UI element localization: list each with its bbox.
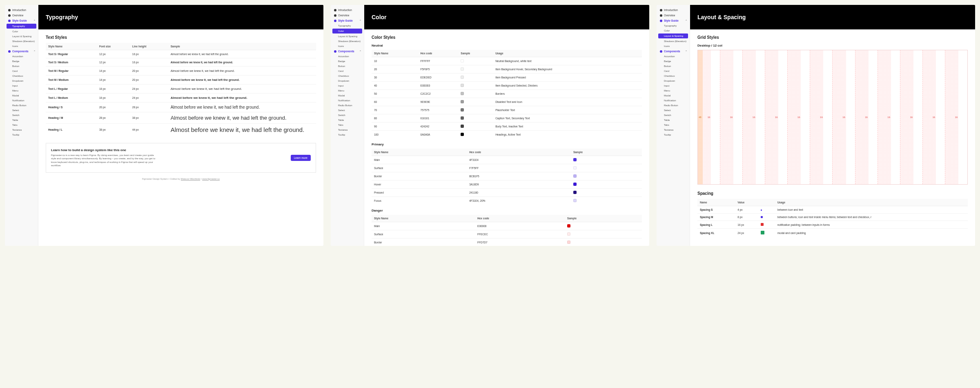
line-height-cell: 16 px	[130, 50, 168, 58]
nav-subitem[interactable]: Select	[5, 108, 38, 113]
nav-subitem[interactable]: Menu	[657, 88, 690, 93]
nav-section-style-guide[interactable]: Style Guide⌃	[5, 18, 38, 23]
footer-site-link[interactable]: www.figmaster.co	[202, 178, 220, 180]
table-header: Style Name	[372, 215, 475, 222]
nav-subitem[interactable]: Checkbox	[5, 74, 38, 78]
nav-subitem[interactable]: Dropdown	[331, 78, 364, 83]
color-table: Style NameHex codeSampleUsage10FFFFFFNeu…	[372, 50, 642, 138]
nav-subitem[interactable]: Select	[657, 108, 690, 113]
usage-cell: Headings, Active Text	[493, 131, 642, 139]
nav-subitem[interactable]: Accordion	[5, 54, 38, 59]
nav-subitem[interactable]: Shadows (Elevation)	[657, 39, 690, 44]
nav-section-components[interactable]: Components⌃	[5, 49, 38, 54]
nav-subitem[interactable]: Checkbox	[331, 74, 364, 78]
nav-subitem[interactable]: Notification	[5, 98, 38, 103]
nav-subitem[interactable]: Menu	[331, 88, 364, 93]
nav-subitem[interactable]: Badge	[331, 59, 364, 64]
nav-subitem[interactable]: Button	[5, 64, 38, 69]
line-height-cell: 44 px	[130, 124, 168, 136]
nav-item[interactable]: Overview	[657, 13, 690, 18]
swatch-cell	[458, 65, 493, 74]
nav-subitem[interactable]: Radio Button	[657, 103, 690, 108]
nav-subitem[interactable]: Switch	[331, 113, 364, 118]
nav-subitem[interactable]: Modal	[657, 93, 690, 98]
sidebar: IntroductionOverviewStyle Guide⌃Typograp…	[657, 5, 690, 246]
nav-subitem[interactable]: Accordion	[331, 54, 364, 59]
nav-subitem[interactable]: Input	[5, 83, 38, 88]
nav-item[interactable]: Overview	[331, 13, 364, 18]
nav-subitem[interactable]: Select	[331, 108, 364, 113]
nav-subitem[interactable]: Tabs	[331, 123, 364, 127]
nav-subitem[interactable]: Tooltip	[5, 132, 38, 137]
nav-subitem[interactable]: Table	[331, 118, 364, 123]
nav-subitem[interactable]: Radio Button	[331, 103, 364, 108]
color-swatch	[461, 108, 464, 111]
nav-subitem[interactable]: Button	[657, 64, 690, 69]
nav-subitem[interactable]: Icons	[657, 44, 690, 49]
nav-subitem[interactable]: Badge	[657, 59, 690, 64]
nav-subitem[interactable]: Icons	[5, 44, 38, 49]
nav-subitem[interactable]: Checkbox	[657, 74, 690, 78]
nav-subitem[interactable]: Color	[657, 28, 690, 33]
grid-gutter-label: 16	[887, 116, 890, 118]
nav-subitem[interactable]: Switch	[657, 113, 690, 118]
nav-subitem[interactable]: Badge	[5, 59, 38, 64]
nav-subitem[interactable]: Tooltip	[657, 132, 690, 137]
nav-subitem[interactable]: Textarea	[331, 127, 364, 132]
nav-subitem[interactable]: Switch	[5, 113, 38, 118]
callout-title: Learn how to build a design system like …	[51, 148, 157, 152]
nav-subitem[interactable]: Layout & Spacing	[658, 33, 688, 38]
nav-subitem[interactable]: Dropdown	[657, 78, 690, 83]
nav-subitem[interactable]: Modal	[331, 93, 364, 98]
content: Color Color Styles NeutralStyle NameHex …	[364, 5, 649, 246]
nav-item[interactable]: Introduction	[5, 7, 38, 13]
nav-subitem[interactable]: Modal	[5, 93, 38, 98]
nav-subitem[interactable]: Card	[331, 69, 364, 74]
nav-section-components[interactable]: Components⌃	[657, 49, 690, 54]
nav-subitem[interactable]: Button	[331, 64, 364, 69]
nav-subitem[interactable]: Menu	[5, 88, 38, 93]
nav-subitem[interactable]: Table	[657, 118, 690, 123]
page-title: Layout & Spacing	[690, 5, 975, 29]
nav-subitem[interactable]: Notification	[657, 98, 690, 103]
nav-subitem[interactable]: Tooltip	[331, 132, 364, 137]
color-name-cell: 20	[372, 65, 418, 74]
nav-subitem[interactable]: Typography	[7, 24, 36, 29]
nav-subitem[interactable]: Shadows (Elevation)	[5, 39, 38, 44]
nav-subitem[interactable]: Textarea	[5, 127, 38, 132]
nav-subitem[interactable]: Typography	[657, 23, 690, 28]
nav-subitem[interactable]: Color	[332, 29, 362, 33]
dot-icon	[334, 9, 336, 11]
nav-subitem[interactable]: Table	[5, 118, 38, 123]
nav-subitem[interactable]: Typography	[331, 23, 364, 28]
learn-more-button[interactable]: Learn more	[291, 155, 311, 161]
nav-subitem[interactable]: Radio Button	[5, 103, 38, 108]
nav-section-style-guide[interactable]: Style Guide⌃	[331, 18, 364, 23]
nav-subitem[interactable]: Card	[657, 69, 690, 74]
nav-subitem[interactable]: Accordion	[657, 54, 690, 59]
hex-cell: 757575	[418, 106, 459, 114]
nav-subitem[interactable]: Color	[5, 29, 38, 34]
nav-subitem[interactable]: Card	[5, 69, 38, 74]
nav-subitem[interactable]: Tabs	[657, 123, 690, 127]
color-name-cell: 70	[372, 106, 418, 114]
nav-section-components[interactable]: Components⌃	[331, 49, 364, 54]
nav-item[interactable]: Introduction	[331, 7, 364, 13]
footer-author-link[interactable]: Mateusz Wierzbicki	[181, 178, 200, 180]
nav-subitem[interactable]: Icons	[331, 44, 364, 49]
nav-subitem[interactable]: Textarea	[657, 127, 690, 132]
diamond-icon	[334, 20, 336, 22]
nav-subitem[interactable]: Dropdown	[5, 78, 38, 83]
nav-subitem[interactable]: Tabs	[5, 123, 38, 127]
nav-subitem[interactable]: Layout & Spacing	[5, 34, 38, 39]
nav-subitem[interactable]: Input	[331, 83, 364, 88]
nav-subitem[interactable]: Layout & Spacing	[331, 34, 364, 39]
grid-gutter-label: 16	[932, 116, 935, 118]
nav-item[interactable]: Introduction	[657, 7, 690, 13]
nav-subitem[interactable]: Shadows (Elevation)	[331, 39, 364, 44]
nav-item[interactable]: Overview	[5, 13, 38, 18]
nav-subitem[interactable]: Notification	[331, 98, 364, 103]
nav-section-style-guide[interactable]: Style Guide⌃	[657, 18, 690, 23]
nav-subitem[interactable]: Input	[657, 83, 690, 88]
table-header: Font size	[97, 43, 130, 50]
